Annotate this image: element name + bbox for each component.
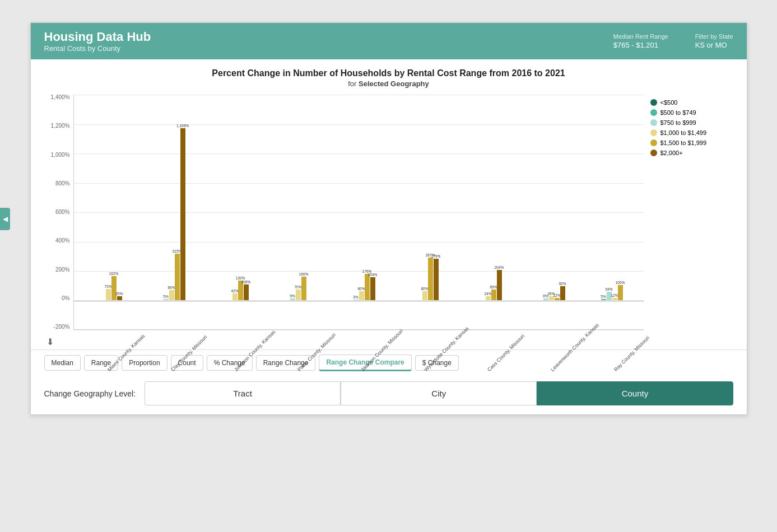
y-axis-label: 1,400% — [44, 95, 70, 100]
bar-value-label: 25% — [115, 292, 123, 296]
y-axis-label: 1,200% — [44, 123, 70, 129]
county-group: -60%-13%-44%73%162%25%Miami County, Kans… — [74, 95, 137, 329]
app-header: Housing Data Hub Rental Costs by County … — [31, 23, 747, 59]
county-group: -32%-4%8%26%12%92%Leavenworth County, Ka… — [517, 95, 580, 329]
y-axis-label: -200% — [44, 324, 70, 330]
median-rent-meta: Median Rent Range $765 - $1,201 — [613, 33, 668, 50]
bar-value-label: 279% — [431, 254, 441, 258]
bars-inner: -39%-30%-75%42%130%106% — [201, 95, 264, 329]
county-group: -40%-66%9%70%160%-50%Platte County, Miss… — [264, 95, 327, 329]
bar — [434, 259, 439, 300]
bars-inner: -27%5%54%12%100%-50% — [580, 95, 644, 329]
bar-value-label: 3% — [353, 295, 358, 299]
legend-item: $1,500 to $1,999 — [650, 139, 727, 146]
bar — [353, 300, 359, 300]
legend-item: $750 to $999 — [650, 119, 727, 126]
geography-button-county[interactable]: County — [537, 381, 733, 405]
bar — [290, 298, 295, 300]
filter-state-label: Filter by State — [695, 33, 733, 40]
bars-inner: -32%-4%8%26%12%92% — [517, 95, 580, 329]
county-group: -35%-47%3%60%176%154%Jackson County, Mis… — [327, 95, 390, 329]
chart-title: Percent Change in Number of Households b… — [44, 68, 733, 78]
y-axis-label: 800% — [44, 181, 70, 186]
bars-wrapper: -60%-13%-44%73%162%25%Miami County, Kans… — [74, 95, 644, 329]
median-rent-value: $765 - $1,201 — [613, 41, 658, 49]
bar — [486, 296, 491, 300]
legend-item: $1,000 to $1,499 — [650, 129, 727, 136]
bar — [601, 299, 606, 300]
bar — [301, 277, 306, 300]
geography-label: Change Geography Level: — [44, 389, 136, 398]
county-group: -28%-11%-20%60%287%279%Wyandotte County,… — [390, 95, 454, 329]
legend-label: <$500 — [660, 99, 678, 106]
bar — [232, 293, 238, 300]
chart-inner: -60%-13%-44%73%162%25%Miami County, Kans… — [73, 95, 644, 330]
tabs-row: MedianRangeProportionCount% ChangeRange … — [31, 349, 747, 376]
county-group: -43%-39%5%66%315%1,169%Clay County, Miss… — [137, 95, 201, 329]
bar — [169, 290, 174, 300]
filter-state-value: KS or MO — [695, 41, 727, 49]
bar — [612, 298, 617, 300]
download-icon[interactable]: ⬇ — [44, 335, 56, 349]
legend-label: $1,000 to $1,499 — [660, 129, 707, 136]
bars-inner: -16%-39%-26%24%69%204% — [454, 95, 517, 329]
y-axis-label: 0% — [44, 296, 70, 301]
bar — [560, 286, 565, 300]
bar — [117, 296, 122, 300]
y-axis: 1,400%1,200%1,000%800%600%400%200%0%-200… — [44, 95, 73, 330]
bars-inner: -28%-11%-20%60%287%279% — [390, 95, 454, 329]
legend-item: $500 to $749 — [650, 109, 727, 116]
bar — [618, 285, 623, 300]
bars-inner: -60%-13%-44%73%162%25% — [74, 95, 137, 329]
geography-button-city[interactable]: City — [341, 381, 537, 405]
bar-value-label: 154% — [368, 273, 378, 277]
county-group: -27%5%54%12%100%-50%Ray County, Missouri — [580, 95, 644, 329]
y-axis-label: 600% — [44, 209, 70, 215]
geography-button-tract[interactable]: Tract — [145, 381, 341, 405]
legend-color-dot — [650, 139, 657, 146]
app-subtitle: Rental Costs by County — [44, 44, 613, 53]
tab-button-proportion[interactable]: Proportion — [122, 355, 167, 371]
bar — [359, 291, 364, 300]
bar — [491, 290, 496, 300]
bars-inner: -40%-66%9%70%160%-50% — [264, 95, 327, 329]
legend-label: $500 to $749 — [660, 109, 696, 116]
bar — [111, 276, 117, 300]
bar — [543, 298, 548, 300]
app-title: Housing Data Hub — [44, 30, 613, 44]
bar-value-label: 162% — [109, 272, 119, 276]
bar — [497, 270, 502, 300]
bars-inner: -43%-39%5%66%315%1,169% — [137, 95, 201, 329]
bar-value-label: 5% — [601, 295, 606, 298]
legend-color-dot — [650, 129, 657, 136]
y-axis-label: 400% — [44, 238, 70, 244]
legend-color-dot — [650, 109, 657, 116]
tab-button-median[interactable]: Median — [44, 355, 81, 371]
bar-value-label: 54% — [605, 287, 612, 291]
chart-legend: <$500$500 to $749$750 to $999$1,000 to $… — [644, 95, 733, 164]
bar-value-label: 106% — [241, 280, 251, 284]
filter-state-meta: Filter by State KS or MO — [695, 33, 733, 50]
chart-subtitle-highlight: Selected Geography — [359, 80, 429, 88]
bar — [180, 128, 185, 300]
legend-label: $750 to $999 — [660, 119, 696, 126]
y-axis-label: 200% — [44, 267, 70, 273]
legend-label: $1,500 to $1,999 — [660, 139, 707, 146]
bar — [244, 284, 249, 300]
median-rent-label: Median Rent Range — [613, 33, 668, 40]
bar-value-label: 160% — [299, 272, 309, 276]
bar — [422, 291, 427, 300]
bar-value-label: 5% — [163, 295, 168, 298]
bar — [428, 258, 433, 300]
bar — [175, 254, 180, 300]
collapse-arrow[interactable]: ◀ — [0, 208, 10, 230]
legend-item: <$500 — [650, 99, 727, 106]
legend-label: $2,000+ — [660, 150, 683, 156]
bar — [296, 290, 301, 300]
bar — [555, 298, 560, 300]
geography-row: Change Geography Level: TractCityCounty — [31, 376, 747, 414]
bar — [164, 299, 169, 300]
legend-color-dot — [650, 119, 657, 126]
bar-value-label: 1,169% — [176, 124, 189, 128]
bar — [370, 277, 375, 300]
